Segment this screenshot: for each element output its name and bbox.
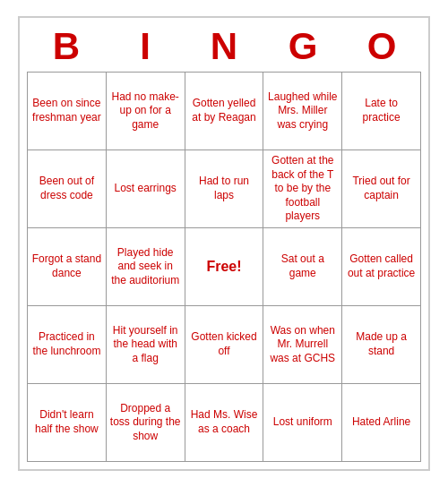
- bingo-cell-11[interactable]: Played hide and seek in the auditorium: [107, 228, 185, 306]
- bingo-cell-21[interactable]: Dropped a toss during the show: [107, 384, 185, 462]
- bingo-cell-17[interactable]: Gotten kicked off: [185, 306, 264, 384]
- bingo-cell-10[interactable]: Forgot a stand dance: [28, 228, 107, 306]
- bingo-cell-20[interactable]: Didn't learn half the show: [28, 384, 107, 462]
- bingo-grid: Been on since freshman yearHad no make-u…: [27, 72, 421, 462]
- bingo-cell-6[interactable]: Lost earrings: [107, 150, 185, 228]
- letter-g: G: [265, 25, 340, 68]
- bingo-cell-13[interactable]: Sat out a game: [263, 228, 342, 306]
- bingo-cell-12[interactable]: Free!: [185, 228, 264, 306]
- bingo-cell-19[interactable]: Made up a stand: [342, 306, 421, 384]
- bingo-cell-4[interactable]: Late to practice: [342, 73, 421, 150]
- bingo-cell-16[interactable]: Hit yourself in the head with a flag: [107, 306, 185, 384]
- letter-b: B: [29, 25, 104, 68]
- bingo-cell-3[interactable]: Laughed while Mrs. Miller was crying: [263, 73, 342, 150]
- bingo-cell-1[interactable]: Had no make-up on for a game: [107, 73, 185, 150]
- bingo-cell-15[interactable]: Practiced in the lunchroom: [28, 306, 107, 384]
- letter-o: O: [344, 25, 419, 68]
- letter-i: I: [108, 25, 183, 68]
- bingo-cell-23[interactable]: Lost uniform: [263, 384, 342, 462]
- bingo-cell-7[interactable]: Had to run laps: [185, 150, 264, 228]
- letter-n: N: [186, 25, 262, 68]
- bingo-cell-2[interactable]: Gotten yelled at by Reagan: [185, 73, 264, 150]
- bingo-cell-18[interactable]: Was on when Mr. Murrell was at GCHS: [263, 306, 342, 384]
- bingo-cell-14[interactable]: Gotten called out at practice: [342, 228, 421, 306]
- bingo-cell-9[interactable]: Tried out for captain: [342, 150, 421, 228]
- bingo-title: B I N G O: [27, 25, 421, 68]
- bingo-cell-22[interactable]: Had Ms. Wise as a coach: [185, 384, 264, 462]
- bingo-cell-8[interactable]: Gotten at the back of the T to be by the…: [263, 150, 342, 228]
- bingo-cell-5[interactable]: Been out of dress code: [28, 150, 107, 228]
- bingo-card: B I N G O Been on since freshman yearHad…: [18, 16, 430, 471]
- bingo-cell-0[interactable]: Been on since freshman year: [28, 73, 107, 150]
- bingo-cell-24[interactable]: Hated Arline: [342, 384, 421, 462]
